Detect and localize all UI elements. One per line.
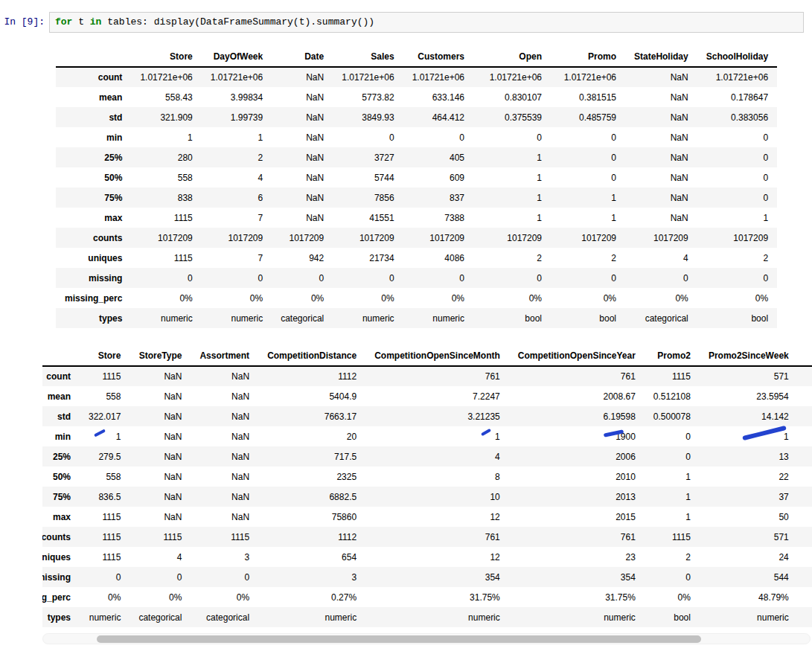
table-row: mean558NaNNaN5404.97.22472008.670.512108… — [42, 386, 812, 406]
cell: NaN — [272, 67, 333, 87]
row-label: counts — [56, 228, 131, 248]
cell: 3.21235 — [365, 406, 509, 426]
cell: 1017209 — [403, 228, 473, 248]
cell: 4 — [365, 446, 509, 467]
cell: 1115 — [80, 366, 130, 386]
cell: NaN — [191, 487, 258, 507]
cell: 0 — [333, 268, 403, 288]
cell: 837 — [403, 188, 473, 208]
cell: NaN — [625, 147, 697, 167]
cell: 10 — [365, 487, 509, 507]
column-header: Open — [473, 46, 551, 67]
cell: NaN — [272, 87, 333, 107]
cell: 761 — [365, 366, 509, 386]
cell: 1017209 — [272, 228, 333, 248]
column-header: Promo2Sin — [798, 345, 812, 366]
cell: 0 — [473, 268, 551, 288]
cell: 1 — [798, 406, 812, 426]
cell: 1115 — [645, 366, 700, 386]
cell: 279.5 — [80, 446, 130, 467]
cell: 20 — [258, 426, 365, 446]
cell: 1017209 — [551, 228, 625, 248]
cell: numeric — [202, 308, 272, 328]
cell: NaN — [272, 188, 333, 208]
cell: NaN — [191, 366, 258, 386]
cell: 0% — [473, 288, 551, 308]
cell: 558.43 — [131, 87, 201, 107]
scrollbar-thumb[interactable] — [97, 635, 701, 643]
cell: 1115 — [131, 208, 201, 228]
table-row: count1115NaNNaN11127617611115571 — [42, 366, 812, 386]
cell: 1 — [473, 167, 551, 188]
table-row: missing000000000 — [56, 268, 777, 288]
cell: 0 — [625, 268, 697, 288]
cell: 1017209 — [131, 228, 201, 248]
cell: 1017209 — [697, 228, 777, 248]
cell: 1115 — [80, 527, 130, 547]
row-label: missing — [56, 268, 131, 288]
cell: NaN — [130, 507, 191, 527]
code-input[interactable]: for t in tables: display(DataFrameSummar… — [49, 12, 804, 33]
cell: 0.381515 — [551, 87, 625, 107]
cell: 50 — [700, 507, 798, 527]
cell: NaN — [130, 386, 191, 406]
cell: 2 — [645, 547, 700, 567]
cell: 838 — [131, 188, 201, 208]
cell: 0 — [80, 567, 130, 587]
cell: NaN — [130, 406, 191, 426]
cell: numeric — [80, 607, 130, 627]
column-header: Promo2 — [645, 345, 700, 366]
cell: 3 — [191, 547, 258, 567]
cell: 1115 — [191, 527, 258, 547]
cell: 7856 — [333, 188, 403, 208]
cell: NaN — [625, 87, 697, 107]
column-header: Promo — [551, 46, 625, 67]
cell: 3.99834 — [202, 87, 272, 107]
table-row: min1NaNNaN201190001 — [42, 426, 812, 446]
row-label: uniques — [42, 547, 80, 567]
code-text: t — [72, 16, 89, 28]
cell: bool — [551, 308, 625, 328]
cell: 405 — [403, 147, 473, 167]
cell: 0% — [697, 288, 777, 308]
cell: 0 — [130, 567, 191, 587]
cell: 6 — [202, 188, 272, 208]
cell: 13 — [700, 446, 798, 467]
corner-header — [56, 46, 131, 67]
column-header: Sales — [333, 46, 403, 67]
cell: 0 — [697, 147, 777, 167]
cell: 1115 — [131, 248, 201, 268]
table-row: missing_perc0%0%0%0%0%0%0%0%0% — [56, 288, 777, 308]
summary-table-2-scrollarea[interactable]: StoreStoreTypeAssortmentCompetitionDista… — [42, 345, 812, 627]
table-row: count1.01721e+061.01721e+06NaN1.01721e+0… — [56, 67, 777, 87]
cell: NaN — [625, 208, 697, 228]
cell: NaN — [272, 167, 333, 188]
column-header: CompetitionDistance — [258, 345, 365, 366]
row-label: ing_perc — [42, 587, 80, 607]
cell: 322.017 — [80, 406, 130, 426]
horizontal-scrollbar[interactable] — [42, 633, 811, 644]
cell: n — [798, 607, 812, 627]
summary-table-2: StoreStoreTypeAssortmentCompetitionDista… — [42, 345, 812, 627]
cell: 654 — [258, 547, 365, 567]
cell: 0% — [645, 587, 700, 607]
cell — [798, 507, 812, 527]
row-label: counts — [42, 527, 80, 547]
cell: 0 — [551, 268, 625, 288]
cell: categorical — [625, 308, 697, 328]
cell: NaN — [191, 467, 258, 487]
cell: 0.178647 — [697, 87, 777, 107]
cell — [798, 487, 812, 507]
cell: 1017209 — [202, 228, 272, 248]
cell: NaN — [130, 426, 191, 446]
row-label: 25% — [56, 147, 131, 167]
cell: 4 — [202, 167, 272, 188]
cell: NaN — [130, 366, 191, 386]
cell: 2015 — [509, 507, 645, 527]
cell — [798, 366, 812, 386]
corner-header — [42, 345, 80, 366]
cell: NaN — [191, 507, 258, 527]
cell: 558 — [131, 167, 201, 188]
cell: 1 — [473, 208, 551, 228]
cell: 0 — [645, 426, 700, 446]
